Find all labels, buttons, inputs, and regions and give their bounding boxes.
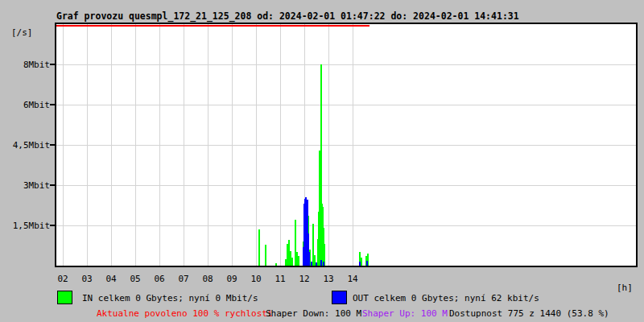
in-traffic-spike — [298, 256, 299, 266]
vertical-gridline — [208, 24, 208, 266]
x-axis-tick-label: 05 — [126, 274, 144, 284]
out-traffic-spike — [366, 261, 368, 266]
horizontal-gridline — [56, 185, 636, 186]
traffic-graph-page: Graf provozu quesmpl_172_21_125_208 od: … — [0, 0, 644, 322]
horizontal-gridline — [56, 64, 636, 65]
x-axis-unit-label: [h] — [617, 283, 633, 293]
y-axis-tick-mark — [50, 64, 55, 65]
out-traffic-spike — [320, 260, 322, 266]
in-traffic-spike — [258, 229, 260, 266]
x-axis-tick-label: 14 — [344, 274, 361, 284]
vertical-gridline — [111, 24, 112, 266]
x-axis-tick-label: 04 — [102, 274, 120, 284]
x-axis-tick-label: 09 — [223, 274, 241, 284]
y-axis-tick-label: 1,5Mbit — [0, 221, 50, 231]
in-traffic-spike — [291, 258, 293, 266]
in-traffic-spike — [265, 245, 266, 266]
horizontal-gridline — [56, 105, 636, 105]
x-axis-tick-label: 13 — [320, 274, 337, 284]
vertical-gridline — [353, 24, 353, 266]
x-axis-tick-label: 07 — [175, 274, 192, 284]
x-axis-tick-label: 02 — [54, 274, 72, 284]
y-axis-tick-label: 3Mbit — [0, 180, 50, 191]
x-axis-tick-label: 10 — [247, 274, 265, 284]
x-axis-tick-label: 03 — [78, 274, 96, 284]
in-legend-swatch — [57, 291, 72, 304]
horizontal-gridline — [56, 225, 636, 226]
in-traffic-spike — [275, 263, 277, 266]
out-traffic-spike — [308, 252, 310, 266]
vertical-gridline — [280, 24, 281, 266]
x-axis-tick-label: 06 — [151, 274, 168, 284]
vertical-gridline — [87, 24, 88, 266]
in-legend-label: IN celkem 0 Gbytes; nyní 0 Mbit/s — [82, 293, 258, 303]
x-axis-tick-label: 08 — [199, 274, 217, 284]
shaper-up-status: Shaper Up: 100 M — [362, 308, 448, 319]
vertical-gridline — [135, 24, 136, 266]
x-axis-tick-label: 11 — [271, 274, 289, 284]
y-axis-tick-mark — [50, 144, 55, 146]
y-axis-tick-label: 6Mbit — [0, 100, 50, 110]
vertical-gridline — [184, 24, 184, 266]
y-axis-unit-label: [/s] — [11, 27, 33, 38]
y-axis-tick-mark — [50, 184, 55, 186]
in-traffic-spike — [361, 258, 362, 266]
allowed-speed-status: Aktualne povoleno 100 % rychlosti — [97, 308, 273, 319]
allowed-speed-limit-line — [56, 25, 369, 27]
horizontal-gridline — [56, 145, 636, 146]
vertical-gridline — [328, 24, 329, 266]
out-traffic-spike — [323, 262, 324, 266]
out-traffic-spike — [359, 262, 361, 266]
y-axis-tick-mark — [50, 225, 55, 226]
vertical-gridline — [232, 24, 233, 266]
y-axis-tick-label: 8Mbit — [0, 60, 50, 70]
availability-status: Dostupnost 775 z 1440 (53.8 %) — [449, 308, 609, 319]
out-traffic-spike — [311, 262, 312, 266]
out-traffic-spike — [316, 262, 317, 266]
graph-title: Graf provozu quesmpl_172_21_125_208 od: … — [56, 10, 519, 22]
traffic-plot-area — [55, 23, 638, 267]
shaper-down-status: Shaper Down: 100 M — [266, 308, 361, 319]
y-axis-tick-mark — [50, 104, 55, 105]
vertical-gridline — [159, 24, 160, 266]
out-legend-swatch — [332, 291, 347, 304]
vertical-gridline — [256, 24, 257, 266]
y-axis-tick-label: 4,5Mbit — [0, 140, 50, 151]
out-legend-label: OUT celkem 0 Gbytes; nyní 62 kbit/s — [353, 293, 539, 303]
vertical-gridline — [63, 24, 64, 266]
x-axis-tick-label: 12 — [295, 274, 313, 284]
